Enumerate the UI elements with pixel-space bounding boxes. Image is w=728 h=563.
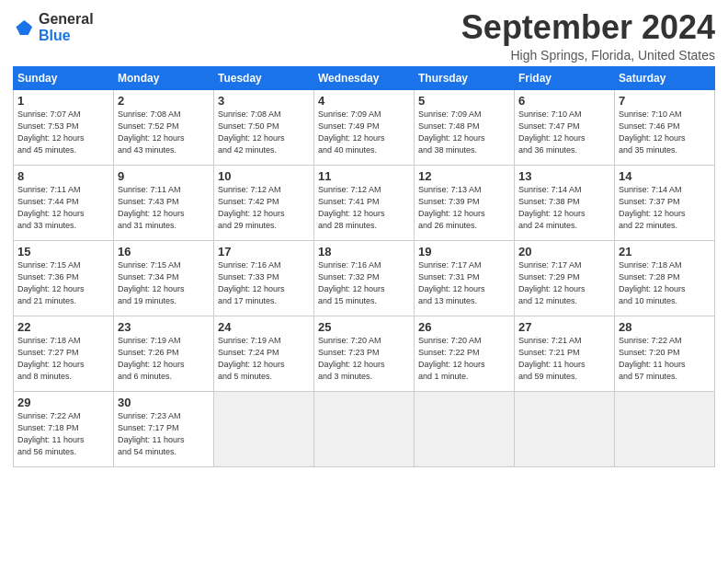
weekday-header-friday: Friday (515, 66, 615, 89)
day-info: Sunrise: 7:22 AM Sunset: 7:18 PM Dayligh… (17, 410, 109, 458)
calendar-cell: 1Sunrise: 7:07 AM Sunset: 7:53 PM Daylig… (14, 89, 114, 165)
week-row-2: 8Sunrise: 7:11 AM Sunset: 7:44 PM Daylig… (14, 165, 715, 240)
weekday-header-tuesday: Tuesday (214, 66, 314, 89)
calendar-cell (615, 391, 715, 466)
day-info: Sunrise: 7:12 AM Sunset: 7:42 PM Dayligh… (218, 184, 310, 232)
calendar-cell: 21Sunrise: 7:18 AM Sunset: 7:28 PM Dayli… (615, 240, 715, 316)
day-number: 10 (218, 169, 310, 183)
day-number: 22 (17, 320, 109, 334)
logo: General Blue (13, 11, 94, 43)
weekday-header-wednesday: Wednesday (314, 66, 415, 89)
day-number: 16 (118, 245, 210, 259)
calendar-cell: 3Sunrise: 7:08 AM Sunset: 7:50 PM Daylig… (214, 89, 314, 165)
day-info: Sunrise: 7:08 AM Sunset: 7:52 PM Dayligh… (118, 109, 210, 156)
day-number: 1 (17, 94, 109, 108)
calendar-cell: 5Sunrise: 7:09 AM Sunset: 7:48 PM Daylig… (415, 89, 515, 165)
day-number: 17 (218, 245, 310, 259)
day-info: Sunrise: 7:10 AM Sunset: 7:46 PM Dayligh… (619, 109, 711, 156)
calendar-cell: 28Sunrise: 7:22 AM Sunset: 7:20 PM Dayli… (615, 316, 715, 391)
weekday-header-row: SundayMondayTuesdayWednesdayThursdayFrid… (14, 66, 715, 89)
calendar-cell: 13Sunrise: 7:14 AM Sunset: 7:38 PM Dayli… (515, 165, 615, 240)
day-info: Sunrise: 7:16 AM Sunset: 7:33 PM Dayligh… (218, 259, 310, 307)
logo-icon (15, 17, 35, 38)
day-number: 4 (318, 94, 410, 108)
day-info: Sunrise: 7:13 AM Sunset: 7:39 PM Dayligh… (418, 184, 510, 232)
day-number: 14 (619, 169, 711, 183)
month-title: September 2024 (461, 9, 715, 46)
calendar-cell: 26Sunrise: 7:20 AM Sunset: 7:22 PM Dayli… (415, 316, 515, 391)
day-number: 11 (318, 169, 410, 183)
header: General Blue September 2024 High Springs… (13, 9, 715, 63)
logo-text-general: General (39, 11, 94, 28)
calendar-cell: 27Sunrise: 7:21 AM Sunset: 7:21 PM Dayli… (515, 316, 615, 391)
logo-text-blue: Blue (39, 28, 94, 44)
calendar-cell: 24Sunrise: 7:19 AM Sunset: 7:24 PM Dayli… (214, 316, 314, 391)
calendar-cell (515, 391, 615, 466)
calendar-table: SundayMondayTuesdayWednesdayThursdayFrid… (13, 66, 715, 467)
calendar-cell (314, 391, 415, 466)
day-info: Sunrise: 7:19 AM Sunset: 7:24 PM Dayligh… (218, 335, 310, 383)
calendar-cell: 6Sunrise: 7:10 AM Sunset: 7:47 PM Daylig… (515, 89, 615, 165)
calendar-cell: 11Sunrise: 7:12 AM Sunset: 7:41 PM Dayli… (314, 165, 415, 240)
day-number: 7 (619, 94, 711, 108)
calendar-cell: 18Sunrise: 7:16 AM Sunset: 7:32 PM Dayli… (314, 240, 415, 316)
day-info: Sunrise: 7:15 AM Sunset: 7:34 PM Dayligh… (118, 259, 210, 307)
day-number: 24 (218, 320, 310, 334)
week-row-5: 29Sunrise: 7:22 AM Sunset: 7:18 PM Dayli… (14, 391, 715, 466)
day-number: 30 (118, 396, 210, 409)
day-number: 19 (418, 245, 510, 259)
day-number: 21 (619, 245, 711, 259)
calendar-cell: 10Sunrise: 7:12 AM Sunset: 7:42 PM Dayli… (214, 165, 314, 240)
day-info: Sunrise: 7:18 AM Sunset: 7:27 PM Dayligh… (17, 335, 109, 383)
day-info: Sunrise: 7:22 AM Sunset: 7:20 PM Dayligh… (619, 335, 711, 383)
day-info: Sunrise: 7:14 AM Sunset: 7:38 PM Dayligh… (518, 184, 610, 232)
day-info: Sunrise: 7:12 AM Sunset: 7:41 PM Dayligh… (318, 184, 410, 232)
day-number: 8 (17, 169, 109, 183)
day-info: Sunrise: 7:10 AM Sunset: 7:47 PM Dayligh… (518, 109, 610, 156)
day-info: Sunrise: 7:19 AM Sunset: 7:26 PM Dayligh… (118, 335, 210, 383)
day-info: Sunrise: 7:11 AM Sunset: 7:44 PM Dayligh… (17, 184, 109, 232)
weekday-header-thursday: Thursday (415, 66, 515, 89)
day-info: Sunrise: 7:16 AM Sunset: 7:32 PM Dayligh… (318, 259, 410, 307)
day-number: 18 (318, 245, 410, 259)
calendar-cell: 7Sunrise: 7:10 AM Sunset: 7:46 PM Daylig… (615, 89, 715, 165)
calendar-cell: 16Sunrise: 7:15 AM Sunset: 7:34 PM Dayli… (114, 240, 214, 316)
day-number: 3 (218, 94, 310, 108)
day-info: Sunrise: 7:20 AM Sunset: 7:23 PM Dayligh… (318, 335, 410, 383)
day-number: 26 (418, 320, 510, 334)
day-number: 23 (118, 320, 210, 334)
calendar-cell: 17Sunrise: 7:16 AM Sunset: 7:33 PM Dayli… (214, 240, 314, 316)
day-number: 25 (318, 320, 410, 334)
title-block: September 2024 High Springs, Florida, Un… (461, 9, 715, 63)
calendar-cell: 22Sunrise: 7:18 AM Sunset: 7:27 PM Dayli… (14, 316, 114, 391)
day-number: 2 (118, 94, 210, 108)
day-info: Sunrise: 7:11 AM Sunset: 7:43 PM Dayligh… (118, 184, 210, 232)
calendar-cell: 29Sunrise: 7:22 AM Sunset: 7:18 PM Dayli… (14, 391, 114, 466)
calendar-cell: 12Sunrise: 7:13 AM Sunset: 7:39 PM Dayli… (415, 165, 515, 240)
day-info: Sunrise: 7:14 AM Sunset: 7:37 PM Dayligh… (619, 184, 711, 232)
day-number: 28 (619, 320, 711, 334)
day-info: Sunrise: 7:17 AM Sunset: 7:31 PM Dayligh… (418, 259, 510, 307)
calendar-cell: 23Sunrise: 7:19 AM Sunset: 7:26 PM Dayli… (114, 316, 214, 391)
weekday-header-sunday: Sunday (14, 66, 114, 89)
day-info: Sunrise: 7:09 AM Sunset: 7:48 PM Dayligh… (418, 109, 510, 156)
day-number: 6 (518, 94, 610, 108)
calendar-cell: 20Sunrise: 7:17 AM Sunset: 7:29 PM Dayli… (515, 240, 615, 316)
location: High Springs, Florida, United States (461, 48, 715, 63)
day-info: Sunrise: 7:07 AM Sunset: 7:53 PM Dayligh… (17, 109, 109, 156)
day-number: 9 (118, 169, 210, 183)
calendar-cell (415, 391, 515, 466)
day-info: Sunrise: 7:09 AM Sunset: 7:49 PM Dayligh… (318, 109, 410, 156)
day-info: Sunrise: 7:17 AM Sunset: 7:29 PM Dayligh… (518, 259, 610, 307)
calendar-cell (214, 391, 314, 466)
calendar-cell: 30Sunrise: 7:23 AM Sunset: 7:17 PM Dayli… (114, 391, 214, 466)
day-number: 27 (518, 320, 610, 334)
main-container: General Blue September 2024 High Springs… (0, 0, 728, 475)
calendar-cell: 9Sunrise: 7:11 AM Sunset: 7:43 PM Daylig… (114, 165, 214, 240)
day-number: 20 (518, 245, 610, 259)
weekday-header-monday: Monday (114, 66, 214, 89)
day-number: 13 (518, 169, 610, 183)
day-number: 15 (17, 245, 109, 259)
svg-marker-0 (16, 20, 32, 35)
day-info: Sunrise: 7:23 AM Sunset: 7:17 PM Dayligh… (118, 410, 210, 458)
